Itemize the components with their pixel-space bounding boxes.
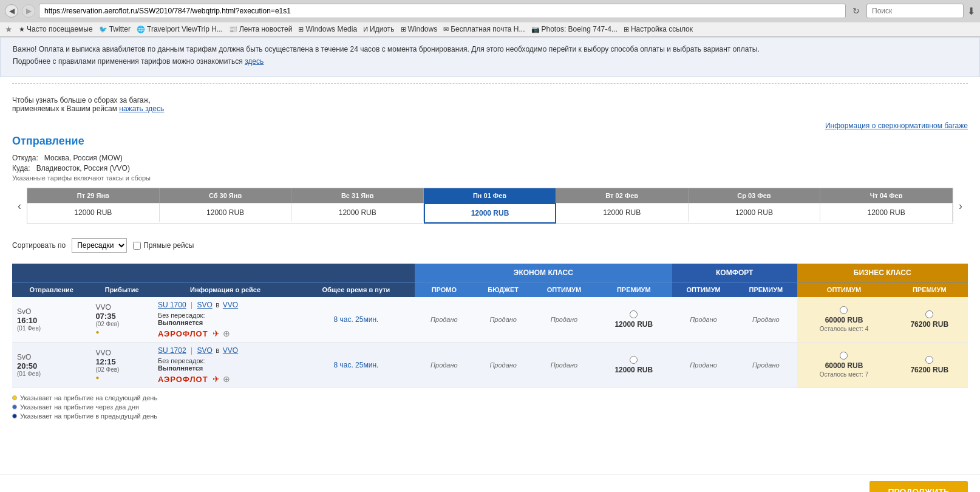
legend-text: Указывает на прибытие на следующий день	[20, 394, 157, 401]
econ-premium-cell[interactable]: 12000 RUB	[596, 297, 672, 343]
route-to-link[interactable]: VVO	[223, 346, 238, 355]
bookmark-label: Travelport ViewTrip H...	[147, 25, 223, 33]
date-col[interactable]: Пт 29 Янв12000 RUB	[27, 188, 160, 224]
table-column-header: ОПТИМУМ	[672, 282, 735, 298]
biz-optim-radio[interactable]	[840, 306, 848, 314]
bookmark-item[interactable]: 🌐Travelport ViewTrip H...	[137, 25, 223, 33]
excess-baggage: Информация о сверхнормативном багаже	[0, 119, 980, 135]
dep-date: (01 Фев)	[17, 371, 86, 377]
biz-seats-left: Осталось мест: 7	[820, 371, 868, 378]
date-col[interactable]: Ср 03 Фев12000 RUB	[689, 188, 821, 224]
continue-button[interactable]: ПРОДОЛЖИТЬ	[869, 481, 968, 492]
bookmark-icon: ⊞	[624, 26, 629, 33]
refresh-button[interactable]: ↻	[849, 4, 863, 18]
date-col[interactable]: Пн 01 Фев12000 RUB	[424, 188, 556, 224]
budget-cell: Продано	[474, 297, 533, 343]
date-col[interactable]: Вс 31 Янв12000 RUB	[291, 188, 424, 224]
baggage-info: Чтобы узнать больше о сборах за багаж, п…	[0, 90, 980, 119]
econ-premium-radio[interactable]	[630, 356, 638, 364]
biz-premium-price: 76200 RUB	[910, 320, 948, 329]
table-column-header: Информация о рейсе	[153, 282, 298, 298]
page-content: Важно! Оплата и выписка авиабилетов по д…	[0, 37, 980, 474]
direct-flights-label: Прямые рейсы	[143, 241, 194, 250]
date-prev-arrow[interactable]: ‹	[12, 188, 27, 224]
biz-optim-price: 60000 RUB	[825, 361, 863, 370]
download-icon[interactable]: ⬇	[967, 5, 975, 17]
date-header: Пт 29 Янв	[27, 188, 160, 203]
table-row: SvO 16:10 (01 Фев) VVO 07:35 (02 Фев) ● …	[12, 297, 968, 343]
browser-chrome: ◀ ▶ ↻ ⬇ ★ ★Часто посещаемые🐦Twitter🌐Trav…	[0, 0, 980, 37]
flight-code[interactable]: SU 1702	[158, 346, 186, 355]
biz-premium-radio[interactable]	[925, 356, 933, 364]
biz-premium-cell[interactable]: 76200 RUB	[891, 297, 968, 343]
budget-cell: Продано	[474, 343, 533, 388]
bookmark-icon: ★	[19, 26, 25, 33]
departure-section: Отправление Откуда: Москва, Россия (MOW)…	[0, 135, 980, 434]
date-next-arrow[interactable]: ›	[953, 188, 968, 224]
biz-optim-radio[interactable]	[840, 352, 848, 360]
search-input[interactable]	[866, 4, 964, 18]
date-col[interactable]: Сб 30 Янв12000 RUB	[160, 188, 292, 224]
date-col[interactable]: Вт 02 Фев12000 RUB	[556, 188, 689, 224]
econ-premium-cell[interactable]: 12000 RUB	[596, 343, 672, 388]
airline-logo: АЭРОФЛОТ	[158, 329, 208, 338]
econ-premium-radio[interactable]	[630, 310, 638, 318]
forward-button[interactable]: ▶	[22, 4, 35, 18]
bookmark-item[interactable]: ✉Бесплатная почта Н...	[443, 25, 525, 33]
route-from: Откуда: Москва, Россия (MOW)	[12, 154, 968, 162]
duration-value: 8 час. 25мин.	[333, 361, 378, 369]
direct-check-label: Прямые рейсы	[133, 241, 194, 250]
baggage-line1: Чтобы узнать больше о сборах за багаж,	[12, 96, 151, 104]
excess-baggage-link[interactable]: Информация о сверхнормативном багаже	[825, 121, 968, 130]
biz-optim-cell[interactable]: 60000 RUB Осталось мест: 4	[797, 297, 891, 343]
budget-sold: Продано	[489, 361, 517, 369]
aeroflot-icon: ✈	[213, 374, 220, 384]
baggage-line2: применяемых к Вашим рейсам	[12, 104, 117, 113]
address-bar[interactable]	[39, 4, 846, 18]
direct-flights-checkbox[interactable]	[133, 242, 141, 250]
route-to-link[interactable]: VVO	[223, 301, 238, 309]
bookmark-icon: 📷	[531, 26, 540, 33]
date-header: Вт 02 Фев	[556, 188, 689, 203]
bookmark-item[interactable]: ⊞Настройка ссылок	[624, 25, 693, 33]
baggage-link[interactable]: нажать здесь	[119, 104, 164, 113]
biz-optim-price: 60000 RUB	[825, 316, 863, 324]
bookmark-item[interactable]: 🐦Twitter	[99, 25, 131, 33]
route-from-link[interactable]: SVO	[197, 301, 212, 309]
dep-time: 20:50	[17, 361, 86, 371]
bookmark-icon: 🐦	[99, 26, 107, 33]
route-to: Куда: Владивосток, Россия (VVO)	[12, 164, 968, 173]
biz-premium-radio[interactable]	[925, 310, 933, 318]
econ-optim-sold: Продано	[551, 316, 578, 323]
date-price: 12000 RUB	[291, 203, 424, 222]
tariff-note: Указанные тарифы включают таксы и сборы	[12, 174, 968, 182]
legend-dot	[12, 414, 17, 419]
bookmark-item[interactable]: 📷Photos: Boeing 747-4...	[531, 25, 618, 33]
flight-code[interactable]: SU 1700	[158, 301, 186, 309]
back-button[interactable]: ◀	[5, 4, 18, 18]
tariff-rules-link[interactable]: здесь	[245, 57, 264, 66]
sort-select[interactable]: ПересадкиЦенаВремя	[72, 238, 127, 253]
date-header: Пн 01 Фев	[424, 188, 556, 203]
bookmark-item[interactable]: ⊞Windows Media	[298, 25, 357, 33]
econ-premium-price: 12000 RUB	[614, 320, 653, 329]
bookmark-item[interactable]: 📰Лента новостей	[229, 25, 293, 33]
bookmark-item[interactable]: ★Часто посещаемые	[19, 25, 93, 33]
legend-item: Указывает на прибытие на следующий день	[12, 394, 968, 401]
date-col[interactable]: Чт 04 Фев12000 RUB	[820, 188, 953, 224]
bookmarks-bar: ★ ★Часто посещаемые🐦Twitter🌐Travelport V…	[0, 22, 980, 36]
table-header-group: БИЗНЕС КЛАСС	[797, 264, 968, 282]
biz-optim-cell[interactable]: 60000 RUB Осталось мест: 7	[797, 343, 891, 388]
biz-premium-cell[interactable]: 76200 RUB	[891, 343, 968, 388]
route-from-link[interactable]: SVO	[197, 346, 212, 355]
date-selector: ‹ Пт 29 Янв12000 RUBСб 30 Янв12000 RUBВс…	[12, 188, 968, 224]
duration-value: 8 час. 25мин.	[333, 315, 378, 324]
bookmark-icon: ⊞	[401, 26, 406, 33]
date-price: 12000 RUB	[689, 203, 821, 222]
comfort-premium-sold: Продано	[752, 316, 780, 323]
bookmark-item[interactable]: ИИдиоть	[363, 25, 394, 33]
airline-logo: АЭРОФЛОТ	[158, 375, 208, 384]
bookmark-item[interactable]: ⊞Windows	[401, 25, 438, 33]
arrival-indicator: ●	[95, 329, 99, 335]
table-column-header: Отправление	[12, 282, 90, 298]
